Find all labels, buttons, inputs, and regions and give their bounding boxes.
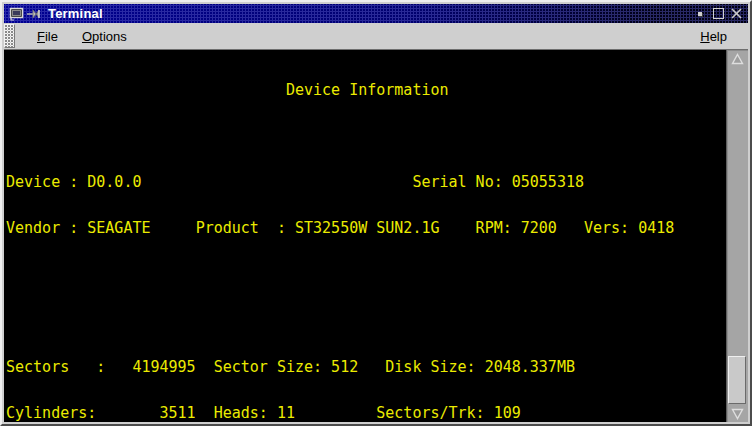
terminal-area: Device Information Device : D0.0.0 Seria… — [4, 50, 748, 422]
scrollbar-thumb[interactable] — [728, 356, 746, 404]
minimize-icon — [698, 12, 702, 16]
arrow-down-icon — [731, 408, 744, 420]
vendor-product-line: Vendor : SEAGATE Product : ST32550W SUN2… — [6, 221, 726, 236]
scroll-up-button[interactable] — [727, 50, 748, 67]
cylinders-line: Cylinders: 3511 Heads: 11 Sectors/Trk: 1… — [6, 406, 726, 421]
close-button[interactable] — [727, 6, 745, 22]
sectors-line: Sectors : 4194995 Sector Size: 512 Disk … — [6, 360, 726, 375]
scrollbar[interactable] — [726, 50, 748, 422]
maximize-icon — [713, 8, 724, 19]
menu-help[interactable]: Help — [695, 27, 732, 46]
terminal-window: Terminal File Options Help Device Inform… — [0, 0, 752, 426]
device-serial-line: Device : D0.0.0 Serial No: 05055318 — [6, 175, 726, 190]
menubar: File Options Help — [4, 23, 748, 50]
menu-file[interactable]: File — [32, 27, 63, 46]
titlebar[interactable]: Terminal — [4, 4, 748, 23]
arrow-up-icon — [731, 53, 744, 65]
scrollbar-trough[interactable] — [727, 67, 748, 405]
blank-line — [6, 268, 726, 283]
maximize-button[interactable] — [709, 6, 727, 22]
menubar-gripper[interactable] — [4, 24, 15, 48]
blank-line — [6, 129, 726, 144]
minimize-button[interactable] — [691, 6, 709, 22]
menu-options[interactable]: Options — [77, 27, 132, 46]
window-title: Terminal — [48, 6, 103, 21]
scroll-down-button[interactable] — [727, 405, 748, 422]
close-icon — [730, 7, 743, 20]
blank-line — [6, 314, 726, 329]
screen-title-line: Device Information — [6, 83, 726, 98]
sticky-pin-icon[interactable] — [25, 6, 43, 22]
terminal-screen[interactable]: Device Information Device : D0.0.0 Seria… — [4, 50, 726, 422]
window-menu-icon[interactable] — [7, 6, 25, 22]
